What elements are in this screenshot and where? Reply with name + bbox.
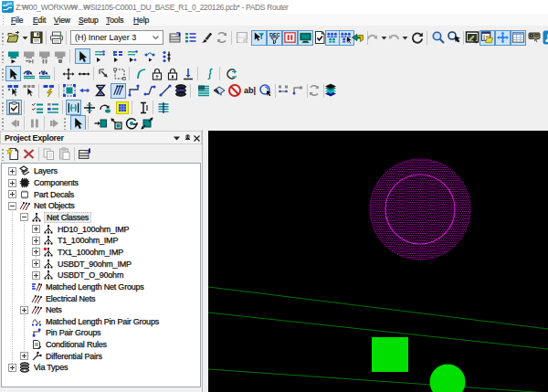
svg-text:DEC: DEC — [269, 32, 280, 37]
svg-text:ab|: ab| — [244, 86, 256, 95]
